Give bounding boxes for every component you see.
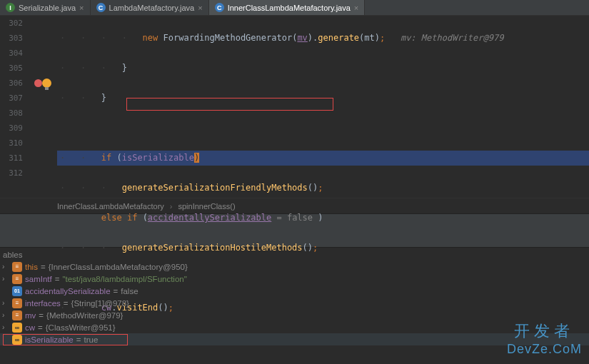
tab-innerclasslambda[interactable]: C InnerClassLambdaMetafactory.java × [209, 0, 366, 15]
tab-serializable[interactable]: I Serializable.java × [0, 0, 91, 15]
variable-type-icon: ≡ [12, 262, 22, 272]
variable-type-icon: ≡ [12, 310, 22, 320]
variable-row[interactable]: ›≡mv = {MethodWriter@979} [0, 309, 589, 321]
variable-row[interactable]: ›≡interfaces = {String[1]@978} [0, 297, 589, 309]
variable-type-icon: 01 [12, 286, 22, 296]
variable-row[interactable]: ›≡samIntf = "test/java8/lambdaimpl/SFunc… [0, 273, 589, 285]
variable-row[interactable]: ›≡this = {InnerClassLambdaMetafactory@95… [0, 261, 589, 273]
breakpoint-icon[interactable] [34, 79, 42, 87]
tab-label: Serializable.java [19, 4, 76, 12]
expand-icon[interactable]: › [2, 299, 9, 307]
expand-icon[interactable]: › [2, 323, 9, 331]
variable-value: "test/java8/lambdaimpl/SFunction" [62, 275, 186, 283]
variable-name: mv [25, 311, 36, 320]
expand-icon[interactable]: › [2, 263, 9, 271]
variable-name: isSerializable [25, 335, 74, 344]
expand-icon[interactable]: › [2, 275, 9, 283]
variable-value: true [84, 335, 98, 344]
line-numbers: 302 303 304 305 306 307 308 309 310 311 … [0, 16, 29, 198]
tab-bar: I Serializable.java × C LambdaMetafactor… [0, 0, 589, 16]
tab-lambdametafactory[interactable]: C LambdaMetafactory.java × [91, 0, 209, 15]
variable-value: {MethodWriter@979} [46, 311, 123, 320]
variables-panel: ables ›≡this = {InnerClassLambdaMetafact… [0, 248, 589, 347]
java-class-icon: C [215, 3, 224, 12]
variable-type-icon: ≡ [12, 298, 22, 308]
close-icon[interactable]: × [79, 4, 84, 12]
java-class-icon: C [96, 3, 106, 12]
variable-row[interactable]: ›∞cw = {ClassWriter@951} [0, 321, 589, 333]
editor[interactable]: 302 303 304 305 306 307 308 309 310 311 … [0, 16, 589, 198]
close-icon[interactable]: × [198, 4, 202, 12]
variable-value: {String[1]@978} [71, 299, 129, 308]
variable-name: accidentallySerializable [25, 287, 111, 295]
variable-name: this [25, 263, 38, 271]
variable-type-icon: ∞ [12, 335, 22, 345]
variable-name: interfaces [25, 299, 61, 308]
variable-type-icon: ∞ [12, 323, 22, 333]
variable-type-icon: ≡ [12, 274, 22, 284]
intention-bulb-icon[interactable] [42, 79, 51, 88]
expand-icon[interactable]: › [2, 311, 9, 319]
variable-value: false [121, 287, 138, 295]
variable-row[interactable]: ∞isSerializable = true [0, 333, 589, 345]
variable-value: {InnerClassLambdaMetafactory@950} [49, 263, 188, 271]
marker-column [29, 16, 57, 198]
variable-name: cw [25, 323, 35, 332]
gutter: 302 303 304 305 306 307 308 309 310 311 … [0, 16, 57, 198]
java-interface-icon: I [6, 3, 15, 12]
code-area[interactable]: · · · · new ForwardingMethodGenerator(mv… [57, 16, 589, 198]
variable-value: {ClassWriter@951} [46, 323, 116, 332]
variable-row[interactable]: 01accidentallySerializable = false [0, 285, 589, 297]
close-icon[interactable]: × [354, 4, 358, 12]
tab-label: InnerClassLambdaMetafactory.java [228, 4, 351, 12]
variable-name: samIntf [25, 275, 52, 283]
tab-label: LambdaMetafactory.java [109, 4, 195, 12]
